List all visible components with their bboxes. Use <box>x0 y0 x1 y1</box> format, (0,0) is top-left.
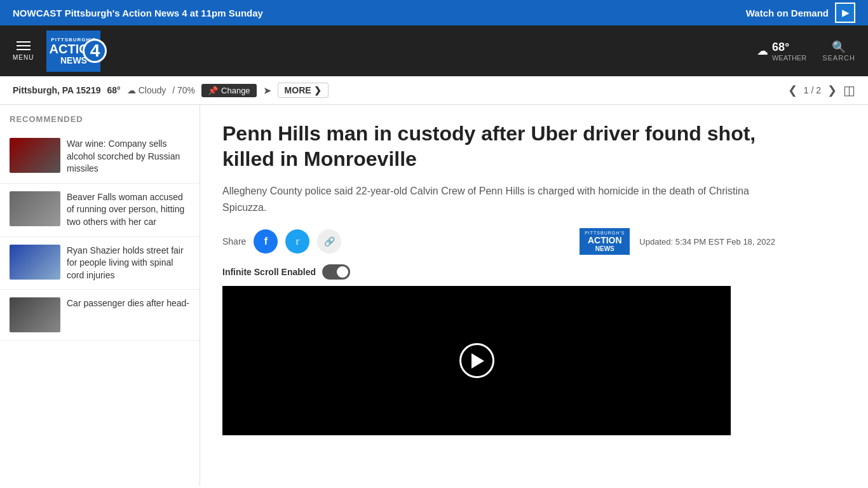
logo-num: 4 <box>83 39 107 63</box>
sub-nav: Pittsburgh, PA 15219 68° ☁ Cloudy / 70% … <box>0 76 868 105</box>
station-pittsburghs: PITTSBURGH'S <box>585 231 625 235</box>
article-title: Penn Hills man in custody after Uber dri… <box>222 121 775 172</box>
sub-nav-temp: 68° <box>107 85 120 95</box>
copy-link-button[interactable]: 🔗 <box>317 229 341 254</box>
menu-bar-1 <box>17 41 31 43</box>
watch-demand-label: Watch on Demand <box>746 8 829 18</box>
watch-demand-area[interactable]: Watch on Demand ▶ <box>746 3 855 23</box>
sidebar: RECOMMENDED War wine: Company sells alco… <box>0 105 200 486</box>
logo-area[interactable]: PITTSBURGH'S ACTION NEWS 4 <box>46 30 100 72</box>
sidebar-thumb-3 <box>10 245 60 280</box>
list-item[interactable]: Beaver Falls woman accused of running ov… <box>0 184 200 237</box>
watch-demand-play-button[interactable]: ▶ <box>835 3 855 23</box>
list-item[interactable]: War wine: Company sells alcohol scorched… <box>0 130 200 184</box>
station-logo-small: PITTSBURGH'S ACTION NEWS <box>580 228 630 255</box>
menu-bar-2 <box>17 45 31 46</box>
header-right: ☁ 68° WEATHER 🔍 SEARCH <box>757 40 855 62</box>
station-action: ACTION <box>588 235 622 245</box>
logo-box: PITTSBURGH'S ACTION NEWS 4 <box>46 30 100 72</box>
more-button[interactable]: MORE ❯ <box>278 83 329 98</box>
main-layout: RECOMMENDED War wine: Company sells alco… <box>0 105 868 486</box>
main-content: Penn Hills man in custody after Uber dri… <box>200 105 868 486</box>
station-news: NEWS <box>595 245 614 252</box>
recommended-title: RECOMMENDED <box>0 114 200 130</box>
article-summary: Allegheny County police said 22-year-old… <box>222 183 763 215</box>
weather-condition: ☁ Cloudy <box>127 85 166 95</box>
weather-cloud-icon: ☁ <box>757 44 768 58</box>
header-left: MENU PITTSBURGH'S ACTION NEWS 4 <box>13 30 100 72</box>
sidebar-item-text-4: Car passenger dies after head- <box>67 297 189 332</box>
list-item[interactable]: Ryan Shazier holds street fair for peopl… <box>0 237 200 290</box>
sidebar-item-text-3: Ryan Shazier holds street fair for peopl… <box>67 245 190 282</box>
condition-text: Cloudy <box>139 85 166 95</box>
weather-temp: 68° <box>772 41 806 54</box>
sidebar-thumb-4 <box>10 297 60 332</box>
share-label: Share <box>222 236 246 247</box>
change-location-button[interactable]: 📌 Change <box>201 84 257 97</box>
share-left: Share f 𝕣 🔗 <box>222 229 341 254</box>
weather-label: WEATHER <box>772 54 806 62</box>
search-label: SEARCH <box>822 54 855 62</box>
infinite-scroll-row: Infinite Scroll Enabled <box>222 264 846 280</box>
location-arrow-icon[interactable]: ➤ <box>263 85 271 97</box>
list-item[interactable]: Car passenger dies after head- <box>0 290 200 341</box>
chevron-right-icon: ❯ <box>314 85 322 95</box>
sidebar-item-text-2: Beaver Falls woman accused of running ov… <box>67 191 190 229</box>
sidebar-thumb-2 <box>10 191 60 226</box>
weather-temp-area: 68° WEATHER <box>772 41 806 62</box>
menu-bar-3 <box>17 49 31 50</box>
pin-icon: 📌 <box>208 86 218 95</box>
search-area[interactable]: 🔍 SEARCH <box>822 40 855 62</box>
share-right: PITTSBURGH'S ACTION NEWS Updated: 5:34 P… <box>580 228 775 255</box>
updated-text: Updated: 5:34 PM EST Feb 18, 2022 <box>639 237 775 247</box>
precip-text: / 70% <box>172 85 195 95</box>
location-text: Pittsburgh, PA 15219 <box>13 85 100 95</box>
video-player[interactable] <box>222 286 731 435</box>
infinite-scroll-label: Infinite Scroll Enabled <box>222 267 316 277</box>
sub-nav-right: ❮ 1 / 2 ❯ ◫ <box>788 83 855 98</box>
play-triangle-icon <box>471 353 484 369</box>
cloud-icon-small: ☁ <box>127 85 136 95</box>
prev-page-button[interactable]: ❮ <box>788 83 797 97</box>
grid-view-icon[interactable]: ◫ <box>843 83 855 98</box>
sidebar-item-text-1: War wine: Company sells alcohol scorched… <box>67 138 190 175</box>
breaking-banner: NOWCAST Pittsburgh's Action News 4 at 11… <box>0 0 868 25</box>
page-indicator: 1 / 2 <box>804 85 821 95</box>
next-page-button[interactable]: ❯ <box>827 83 837 97</box>
video-play-button[interactable] <box>459 343 494 378</box>
breaking-banner-text: NOWCAST Pittsburgh's Action News 4 at 11… <box>13 8 263 18</box>
facebook-share-button[interactable]: f <box>254 229 278 254</box>
infinite-scroll-toggle[interactable] <box>322 264 350 280</box>
sidebar-thumb-1 <box>10 138 60 173</box>
sub-nav-left: Pittsburgh, PA 15219 68° ☁ Cloudy / 70% … <box>13 83 329 98</box>
main-header: MENU PITTSBURGH'S ACTION NEWS 4 ☁ 68° WE… <box>0 25 868 76</box>
menu-button[interactable]: MENU <box>13 41 34 61</box>
logo-news: NEWS <box>60 55 87 65</box>
search-icon: 🔍 <box>832 40 846 54</box>
share-row: Share f 𝕣 🔗 PITTSBURGH'S ACTION NEWS Upd… <box>222 228 775 255</box>
twitter-share-button[interactable]: 𝕣 <box>285 229 309 254</box>
weather-info[interactable]: ☁ 68° WEATHER <box>757 41 806 62</box>
menu-label: MENU <box>13 54 34 61</box>
